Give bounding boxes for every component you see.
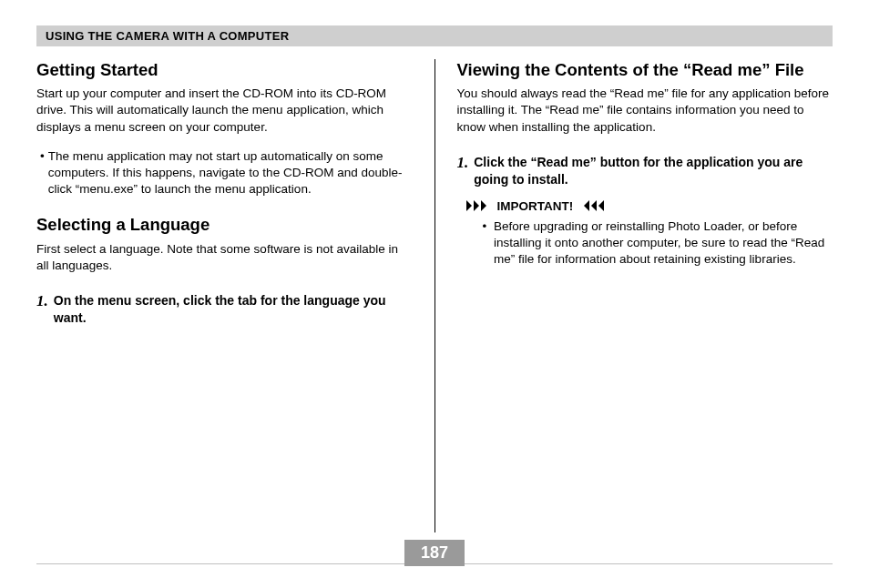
step-1-language: 1. On the menu screen, click the tab for… [36,292,413,327]
para-readme: You should always read the “Read me” fil… [457,86,833,136]
left-column: Getting Started Start up your computer a… [36,59,434,532]
important-callout: IMPORTANT! [466,199,833,213]
page-number: 187 [421,543,448,562]
two-column-layout: Getting Started Start up your computer a… [36,59,833,532]
heading-getting-started: Getting Started [36,59,413,80]
step-text: Click the “Read me” button for the appli… [474,154,833,188]
page-footer: 187 [36,563,833,564]
heading-selecting-language: Selecting a Language [36,214,413,235]
page-number-badge: 187 [404,540,465,566]
para-selecting-language: First select a language. Note that some … [36,241,413,274]
arrows-right-icon [466,200,492,211]
important-bullet: • Before upgrading or reinstalling Photo… [483,218,833,269]
important-label: IMPORTANT! [497,199,574,213]
section-header-text: USING THE CAMERA WITH A COMPUTER [46,29,289,43]
heading-readme: Viewing the Contents of the “Read me” Fi… [457,59,833,80]
step-1-readme: 1. Click the “Read me” button for the ap… [457,154,833,188]
bullet-menu-autostart: • The menu application may not start up … [36,148,413,198]
arrows-left-icon [578,200,604,211]
bullet-dot-icon: • [483,218,494,269]
step-number: 1. [36,292,54,327]
step-number: 1. [457,154,475,188]
para-getting-started: Start up your computer and insert the CD… [36,86,413,136]
document-page: USING THE CAMERA WITH A COMPUTER Getting… [0,0,869,588]
important-bullet-text: Before upgrading or reinstalling Photo L… [494,218,833,269]
step-text: On the menu screen, click the tab for th… [54,292,413,327]
section-header-bar: USING THE CAMERA WITH A COMPUTER [36,25,833,46]
right-column: Viewing the Contents of the “Read me” Fi… [435,59,833,532]
bullet-dot-icon: • [40,148,48,198]
bullet-text: The menu application may not start up au… [48,148,413,198]
